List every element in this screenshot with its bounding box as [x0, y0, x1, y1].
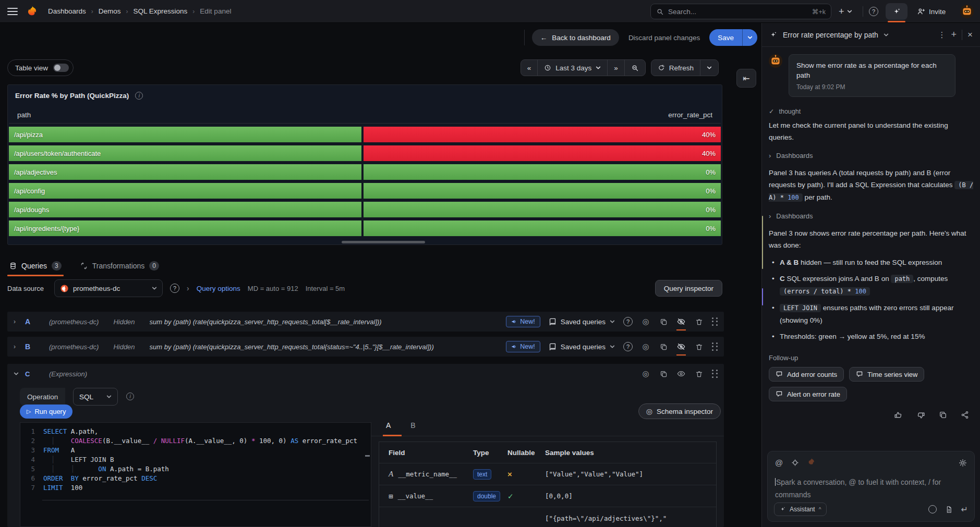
query-help-icon[interactable]: ? [623, 342, 633, 351]
expand-chevron-icon[interactable]: › [14, 343, 25, 350]
column-header-error-rate[interactable]: error_rate_pct [668, 111, 712, 119]
editor-scrollbar-track[interactable] [42, 500, 369, 500]
record-icon[interactable]: ◎ [641, 369, 650, 378]
more-options-icon[interactable]: ⋮ [938, 30, 946, 40]
type-badge: double [473, 491, 500, 501]
datasource-picker[interactable]: prometheus-dc [54, 279, 163, 297]
run-query-button[interactable]: ▷ Run query [20, 405, 72, 419]
drag-handle[interactable] [712, 317, 718, 326]
schema-inspector-button[interactable]: ◎ Schema inspector [638, 403, 721, 419]
tab-transformations[interactable]: Transformations 0 [78, 256, 161, 275]
sql-editor[interactable]: 1SELECT A.path, 2 │ COALESCE(B.__value__… [20, 422, 371, 527]
delete-icon[interactable] [694, 369, 704, 378]
search-box[interactable]: ⌘+k [650, 4, 831, 19]
collapse-chevron-icon[interactable] [14, 372, 25, 376]
table-cell-path: /api/adjectives [9, 164, 361, 180]
thumbs-up-icon[interactable] [894, 411, 903, 420]
expand-chevron-icon[interactable]: › [14, 318, 25, 325]
followup-chip-alert-on-error-rate[interactable]: Alert on error rate [769, 387, 847, 401]
assistant-input[interactable]: @ Spark a conversation, @ to fuel it wit… [767, 451, 975, 522]
time-shift-forward-button[interactable]: » [607, 60, 624, 76]
mention-icon[interactable]: @ [775, 458, 783, 467]
chevron-down-icon[interactable] [884, 33, 889, 37]
invite-button[interactable]: Invite [917, 0, 946, 23]
avatar[interactable] [960, 5, 974, 18]
new-badge[interactable]: New! [506, 341, 540, 352]
chat-input-field[interactable]: Spark a conversation, @ to fuel it with … [775, 476, 967, 501]
schema-tab-b[interactable]: B [410, 421, 415, 430]
expression-kind: (Expression) [49, 370, 87, 378]
duplicate-icon[interactable] [659, 342, 668, 351]
collapsible-dashboards[interactable]: › Dashboards [769, 152, 973, 160]
search-input[interactable] [668, 8, 808, 16]
thumbs-down-icon[interactable] [916, 411, 925, 420]
delete-icon[interactable] [694, 317, 704, 326]
refresh-interval-chevron[interactable] [700, 60, 718, 76]
new-badge[interactable]: New! [506, 316, 540, 327]
breadcrumb-dashboards[interactable]: Dashboards [48, 7, 86, 15]
save-button[interactable]: Save [709, 29, 757, 46]
grafana-context-icon [807, 458, 816, 468]
query-ref-c[interactable]: C [25, 370, 49, 378]
divider [524, 30, 525, 45]
zoom-out-button[interactable] [624, 60, 645, 76]
followup-chip-add-error-counts[interactable]: Add error counts [769, 367, 844, 382]
query-options-link[interactable]: Query options [197, 285, 240, 292]
followup-chip-time-series-view[interactable]: Time series view [849, 367, 924, 382]
query-ref-b[interactable]: B [25, 342, 49, 351]
assistant-mode-selector[interactable]: Assistant ^ [774, 503, 827, 516]
time-range-picker[interactable]: Last 3 days [537, 60, 607, 76]
breadcrumb-demos[interactable]: Demos [99, 7, 121, 15]
hide-query-icon[interactable] [676, 317, 686, 326]
tab-queries[interactable]: Queries 3 [7, 256, 64, 275]
close-icon[interactable]: × [967, 30, 973, 40]
breadcrumb-sql-expressions[interactable]: SQL Expressions [134, 7, 188, 15]
schema-tab-a[interactable]: A [386, 421, 391, 430]
delete-icon[interactable] [694, 342, 704, 351]
drag-handle[interactable] [712, 342, 718, 351]
back-to-dashboard-button[interactable]: ← Back to dashboard [532, 29, 619, 46]
share-icon[interactable] [961, 411, 969, 420]
add-new-button[interactable]: + [839, 0, 852, 23]
query-ref-a[interactable]: A [25, 317, 49, 326]
horizontal-scrollbar[interactable] [342, 241, 425, 243]
gear-icon[interactable] [959, 459, 967, 467]
send-enter-icon[interactable]: ↵ [961, 505, 968, 514]
record-icon[interactable]: ◎ [641, 342, 650, 351]
schema-panel: A B Field Type Nullable Sample values A_… [371, 421, 724, 527]
target-icon: ◎ [646, 407, 652, 415]
refresh-button[interactable]: Refresh [651, 60, 700, 76]
time-shift-back-button[interactable]: « [521, 60, 538, 76]
new-chat-icon[interactable]: + [951, 29, 957, 40]
toggle-switch[interactable] [53, 64, 69, 72]
operation-select[interactable]: SQL [73, 388, 118, 406]
record-icon[interactable]: ◎ [641, 317, 650, 326]
query-inspector-button[interactable]: Query inspector [655, 280, 722, 297]
duplicate-icon[interactable] [659, 317, 668, 326]
thought-row[interactable]: ✓ thought [769, 107, 973, 115]
operation-info-icon[interactable]: i [126, 393, 134, 400]
datasource-help-icon[interactable]: ? [170, 284, 179, 293]
duplicate-icon[interactable] [659, 369, 668, 378]
hide-query-icon[interactable] [676, 342, 686, 351]
drag-handle[interactable] [712, 370, 718, 378]
help-button[interactable]: ? [869, 0, 878, 23]
collapsible-dashboards[interactable]: › Dashboards [769, 212, 973, 220]
table-view-toggle[interactable]: Table view [7, 59, 74, 76]
query-help-icon[interactable]: ? [623, 317, 633, 326]
info-icon[interactable]: i [135, 92, 143, 100]
ai-assistant-button[interactable] [886, 3, 908, 20]
column-header-path[interactable]: path [17, 111, 31, 119]
saved-queries-dropdown[interactable]: Saved queries [549, 318, 615, 326]
eye-icon[interactable] [676, 369, 686, 378]
context-target-icon[interactable] [791, 459, 799, 467]
document-icon[interactable] [945, 506, 953, 513]
discard-panel-changes-button[interactable]: Discard panel changes [625, 34, 703, 42]
copy-icon[interactable] [939, 411, 947, 420]
grafana-logo-icon[interactable] [26, 5, 39, 18]
table-cell-path: /api/config [9, 183, 361, 199]
menu-icon[interactable] [7, 8, 18, 15]
save-options-chevron[interactable] [742, 29, 757, 46]
saved-queries-dropdown[interactable]: Saved queries [549, 343, 615, 351]
open-options-pane-button[interactable]: ⇤ [736, 69, 756, 88]
